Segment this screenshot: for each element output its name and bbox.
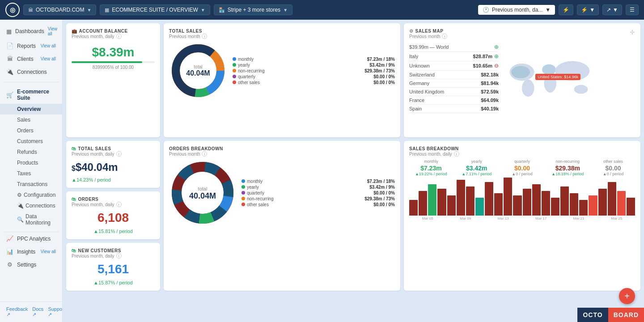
plug-icon: 🔌 bbox=[17, 203, 24, 209]
bolt-icon: ⚡ bbox=[563, 7, 569, 13]
bar-item bbox=[428, 184, 436, 216]
sales-map-title: ⚙ SALES MAP bbox=[409, 29, 447, 34]
sidebar-item-refunds[interactable]: Refunds bbox=[0, 147, 62, 157]
taxes-label: Taxes bbox=[17, 170, 31, 177]
map-row-uk: United Kingdom $72.59k bbox=[409, 88, 499, 96]
orders-breakdown-info-icon[interactable]: i bbox=[202, 151, 207, 157]
products-label: Products bbox=[17, 160, 38, 166]
insights-icon: 📊 bbox=[6, 248, 13, 255]
total-sales-info-icon[interactable]: i bbox=[202, 34, 207, 39]
sidebar-section-ecommerce: 🛒 E-commerce Suite Overview Sales Orders… bbox=[0, 82, 62, 232]
docs-link[interactable]: Docs ↗ bbox=[32, 306, 43, 318]
insights-view-all[interactable]: View all bbox=[41, 249, 56, 254]
configuration-label: Configuration bbox=[24, 192, 55, 198]
clients-view-all[interactable]: View all bbox=[41, 56, 56, 61]
ob-legend-non-recurring: non-recurring $29.38m / 73% bbox=[242, 196, 395, 201]
account-balance-info-icon[interactable]: i bbox=[116, 34, 122, 39]
sidebar-item-transactions[interactable]: Transactions bbox=[0, 179, 62, 190]
new-customers-title: 🛍 NEW CUSTOMERS bbox=[72, 248, 155, 253]
orders-breakdown-title: ORDERS BREAKDOWN bbox=[169, 146, 395, 151]
other-sales-dot bbox=[233, 80, 236, 84]
filter-arrow-icon: ▼ bbox=[589, 7, 595, 13]
bar-item bbox=[409, 200, 418, 216]
sidebar-item-dashboards[interactable]: ▦ Dashboards View all bbox=[0, 23, 62, 39]
sidebar-item-configuration[interactable]: ⚙ Configuration bbox=[0, 190, 62, 200]
fab-button[interactable]: + bbox=[619, 288, 635, 304]
sidebar-item-ppc[interactable]: 📈 PPC Analytics bbox=[0, 232, 62, 245]
italy-expand-icon[interactable]: ⊕ bbox=[494, 53, 499, 59]
orders-bag-icon: 🛍 bbox=[72, 197, 76, 202]
suite-selector[interactable]: ▦ ECOMMERCE SUITE / OVERVIEW ▼ bbox=[100, 4, 210, 15]
account-balance-subtitle: Previous month, daily i bbox=[72, 34, 128, 39]
share-button[interactable]: ↗ ▼ bbox=[602, 4, 622, 15]
svg-text:total: total bbox=[198, 186, 208, 191]
dashboard-row-2: 🛍 TOTAL SALES Previous month, daily i $$… bbox=[66, 141, 640, 291]
sidebar-item-orders[interactable]: Orders bbox=[0, 125, 62, 136]
reports-icon: 📄 bbox=[6, 42, 13, 49]
total-sales-small-value: $$40.04m bbox=[72, 161, 118, 174]
sales-map-content: $39.99m — World ⊕ Italy $28.87m ⊕ Unknow… bbox=[409, 42, 635, 132]
unknown-collapse-icon[interactable]: ⊖ bbox=[494, 63, 499, 69]
time-range-label: Previous month, da... bbox=[492, 7, 542, 13]
account-balance-progress bbox=[72, 61, 155, 63]
reports-view-all[interactable]: View all bbox=[41, 43, 56, 48]
bar-item bbox=[504, 178, 512, 216]
top-header: ◎ 🏛 OCTOBOARD.COM ▼ ▦ ECOMMERCE SUITE / … bbox=[0, 0, 644, 20]
breakdown-other: other sales $0.00 ▲0 / period bbox=[591, 159, 635, 176]
orders-info-icon[interactable]: i bbox=[116, 202, 122, 207]
bar-chart-container: Mar 05 Mar 09 Mar 13 Mar 17 Mar 21 Mar 2… bbox=[409, 180, 635, 220]
sales-map-expand-icon[interactable]: ✛ bbox=[630, 29, 635, 36]
world-add-icon[interactable]: ⊕ bbox=[494, 44, 499, 50]
sales-breakdown-card: SALES BREAKDOWN Previous month, daily i … bbox=[404, 141, 640, 291]
total-sales-small-title: 🛍 TOTAL SALES bbox=[72, 146, 155, 151]
sales-breakdown-info-icon[interactable]: i bbox=[454, 151, 459, 157]
suite-label: ECOMMERCE SUITE / OVERVIEW bbox=[112, 7, 198, 13]
breakdown-yearly: yearly $3.42m ▲7.11% / period bbox=[455, 159, 499, 176]
feedback-link[interactable]: Feedback ↗ bbox=[6, 306, 28, 318]
sales-map-info-icon[interactable]: i bbox=[442, 34, 447, 39]
clients-label: Clients bbox=[17, 56, 37, 62]
bar-item bbox=[608, 182, 616, 216]
sidebar-item-settings[interactable]: ⚙ Settings bbox=[0, 258, 62, 271]
sidebar-item-reports[interactable]: 📄 Reports View all bbox=[0, 39, 62, 52]
sales-map-gear-icon[interactable]: ⚙ bbox=[409, 29, 414, 34]
time-range-selector[interactable]: 🕐 Previous month, da... ▼ bbox=[478, 5, 555, 15]
breakdown-quarterly: quarterly $0.00 ▲0 / period bbox=[500, 159, 544, 176]
share-arrow-icon: ▼ bbox=[613, 7, 618, 13]
us-tooltip: United States: $14.96k bbox=[535, 74, 580, 80]
sidebar-item-insights[interactable]: 📊 Insights View all bbox=[0, 245, 62, 258]
sidebar-item-clients[interactable]: 🏛 Clients View all bbox=[0, 52, 62, 65]
sidebar-item-taxes[interactable]: Taxes bbox=[0, 168, 62, 179]
sidebar-item-overview[interactable]: Overview bbox=[0, 104, 62, 114]
bolt-button[interactable]: ⚡ bbox=[559, 4, 573, 15]
main-area: ▦ Dashboards View all 📄 Reports View all… bbox=[0, 20, 644, 322]
total-sales-subtitle: Previous month i bbox=[169, 34, 395, 39]
bar-item bbox=[627, 198, 635, 216]
sidebar-item-products[interactable]: Products bbox=[0, 157, 62, 168]
new-customers-info-icon[interactable]: i bbox=[116, 253, 122, 258]
support-link[interactable]: Support ↗ bbox=[48, 306, 63, 318]
sidebar-item-connections[interactable]: 🔌 Connections bbox=[0, 65, 62, 78]
sales-map-card: ⚙ SALES MAP Previous month i ✛ bbox=[404, 23, 640, 137]
bar-item bbox=[570, 193, 578, 216]
total-sales-small-info-icon[interactable]: i bbox=[116, 151, 122, 157]
total-sales-donut-wrapper: total 40.04M monthly $7.23m / 18% bbox=[169, 42, 395, 100]
svg-text:total: total bbox=[194, 64, 203, 69]
legend-non-recurring: non-recurring $29.38m / 73% bbox=[233, 68, 395, 73]
sidebar-item-connections-sub[interactable]: 🔌 Connections bbox=[0, 200, 62, 211]
menu-button[interactable]: ☰ bbox=[626, 4, 639, 15]
logo-button[interactable]: ◎ bbox=[5, 3, 20, 17]
workspace-selector[interactable]: 🏛 OCTOBOARD.COM ▼ bbox=[23, 4, 96, 15]
store-selector[interactable]: 🏪 Stripe + 3 more stores ▼ bbox=[214, 4, 292, 15]
sidebar-item-data-monitoring[interactable]: 🔍 Data Monitoring bbox=[0, 211, 62, 228]
ecommerce-section-header[interactable]: 🛒 E-commerce Suite bbox=[0, 86, 62, 104]
total-sales-title: TOTAL SALES bbox=[169, 29, 395, 34]
gear-small-icon: ⚙ bbox=[17, 192, 22, 198]
filter-button[interactable]: ⚡ ▼ bbox=[577, 4, 599, 15]
ob-legend-yearly: yearly $3.42m / 9% bbox=[242, 185, 395, 190]
dashboards-view-all[interactable]: View all bbox=[48, 26, 58, 36]
monthly-dot bbox=[233, 57, 236, 61]
data-monitoring-label: Data Monitoring bbox=[25, 213, 56, 226]
sidebar-item-sales[interactable]: Sales bbox=[0, 114, 62, 125]
sidebar-item-customers[interactable]: Customers bbox=[0, 136, 62, 147]
